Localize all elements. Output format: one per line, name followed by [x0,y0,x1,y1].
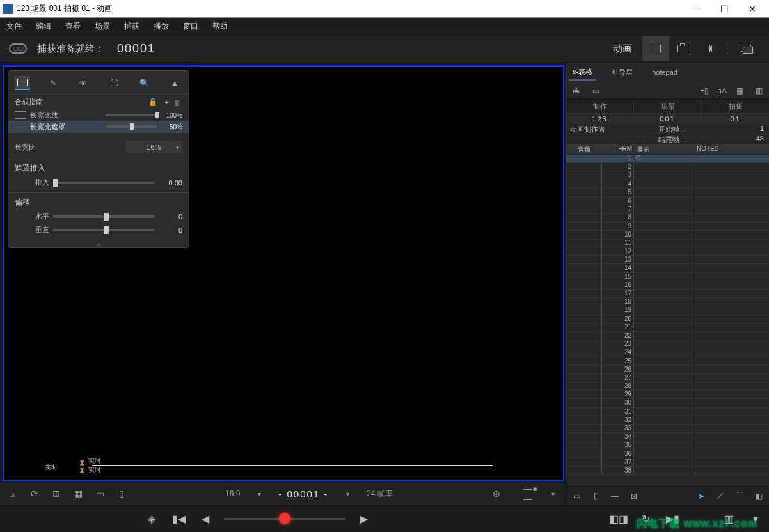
xsheet-row[interactable]: 1C [566,155,769,163]
xsheet-row[interactable]: 38 [566,467,769,475]
menu-capture[interactable]: 捕获 [124,21,139,32]
menu-edit[interactable]: 编辑 [36,21,51,32]
offset-h-slider[interactable] [53,215,154,218]
line-icon[interactable]: ／ [714,490,727,502]
maximize-button[interactable]: ☐ [710,1,738,17]
xsheet-row[interactable]: 11 [566,239,769,247]
add-icon[interactable]: + [165,98,169,106]
menu-window[interactable]: 窗口 [183,21,198,32]
panel-tab-film-icon[interactable]: ⛶ [106,76,122,90]
scrub-bar[interactable]: 实时 实时 实时 ⧗ ⧗ [45,460,493,471]
xsheet-row[interactable]: 13 [566,256,769,264]
xsheet-row[interactable]: 7 [566,205,769,214]
record-slider[interactable] [224,518,345,520]
diamond-icon[interactable]: ◈ [143,512,160,527]
target-icon[interactable]: ⊕ [489,487,504,501]
xsheet-row[interactable]: 35 [566,441,769,450]
arc-icon[interactable]: ⌒ [733,490,746,502]
minimize-button[interactable]: — [682,1,710,17]
chevron-down-icon[interactable]: ▾ [340,487,355,501]
refresh-icon[interactable]: ⟳ [27,487,42,501]
tab-notepad[interactable]: notepad [648,66,681,79]
menu-view[interactable]: 查看 [65,21,81,32]
chevron-down-icon[interactable]: ▾ [251,487,267,501]
tab-audio-icon[interactable] [696,36,723,61]
cross-icon[interactable]: ⊠ [628,490,640,502]
zoom-slider[interactable]: —●— [523,487,539,501]
close-button[interactable]: ✕ [738,1,766,17]
cursor-icon[interactable]: ➤ [695,490,708,502]
panel-handle[interactable]: ▴ [8,240,189,247]
offset-v-slider[interactable] [53,229,154,231]
tab-animation-icon[interactable] [642,36,669,61]
chevron-down-icon[interactable]: ▾ [545,487,560,501]
line-opacity-slider[interactable] [106,114,157,116]
menu-help[interactable]: 帮助 [212,21,228,32]
play-back-icon[interactable]: ◀ [197,512,214,527]
xsheet-row[interactable]: 18 [566,298,769,306]
xsheet-row[interactable]: 16 [566,281,769,290]
panel-tab-zoom-icon[interactable]: 🔍 [137,76,152,90]
viewer[interactable]: ✎ 👁 ⛶ 🔍 ▲ 合成指南 🔒 + 🗑 长宽比线 100% [3,65,564,481]
folder-icon[interactable]: ▭ [589,85,602,97]
xsheet-row[interactable]: 31 [566,408,769,416]
frame1-icon[interactable]: ▭ [92,487,107,501]
tab-stack-icon[interactable] [733,36,760,61]
link-icon[interactable]: ⬭⬭ [9,43,27,54]
xsheet-row[interactable]: 3 [566,171,769,180]
minus-icon[interactable]: — [608,490,621,502]
xsheet-row[interactable]: 9 [566,223,769,231]
xsheet-row[interactable]: 10 [566,231,769,239]
xsheet-row[interactable]: 37 [566,458,769,467]
flip-icon[interactable]: ⟁ [5,487,20,501]
xsheet-row[interactable]: 33 [566,425,769,433]
xsheet-row[interactable]: 25 [566,357,769,366]
xsheet-row[interactable]: 34 [566,433,769,441]
xsheet-row[interactable]: 4 [566,180,769,189]
trash-icon[interactable]: 🗑 [174,98,181,106]
xsheet-row[interactable]: 32 [566,416,769,425]
row-aspect-line[interactable]: 长宽比线 100% [8,109,189,121]
xsheet-row[interactable]: 26 [566,366,769,374]
push-slider[interactable] [53,182,154,184]
menu-file[interactable]: 文件 [6,21,22,32]
tab-xsheet[interactable]: x-表格 [569,65,596,81]
xsheet-row[interactable]: 22 [566,332,769,340]
xsheet-row[interactable]: 17 [566,290,769,298]
panel-tab-shoe-icon[interactable]: ▲ [167,76,182,90]
xsheet-row[interactable]: 12 [566,247,769,256]
xsheet-row[interactable]: 29 [566,391,769,399]
aspect-dropdown[interactable]: 16:9 [126,141,182,153]
frame2-icon[interactable]: ▯ [114,487,129,501]
xsheet-row[interactable]: 6 [566,197,769,205]
panel-tab-pencil-icon[interactable]: ✎ [45,76,61,90]
xsheet-row[interactable]: 21 [566,324,769,332]
textsize-icon[interactable]: aA [717,85,727,97]
play-icon[interactable]: ▶ [356,512,372,527]
panel-tab-screen-icon[interactable] [15,76,30,90]
xsheet-row[interactable]: 14 [566,264,769,272]
grid2-icon[interactable]: ▥ [752,85,765,97]
xsheet-row[interactable]: 15 [566,273,769,281]
xsheet-row[interactable]: 36 [566,450,769,458]
grid1-icon[interactable]: ⊞ [49,487,64,501]
grid1-icon[interactable]: ▦ [733,85,746,97]
mask-opacity-slider[interactable] [106,125,157,128]
step-back-icon[interactable]: ▮◀ [170,512,187,527]
lock-icon[interactable]: 🔒 [148,98,157,106]
tab-camera-icon[interactable] [669,36,696,61]
xsheet-row[interactable]: 28 [566,382,769,391]
menu-scene[interactable]: 场景 [95,21,110,32]
xsheet-row[interactable]: 19 [566,306,769,315]
xsheet-row[interactable]: 5 [566,189,769,197]
xsheet-row[interactable]: 20 [566,315,769,324]
menu-playback[interactable]: 播放 [154,21,169,32]
xsheet-row[interactable]: 23 [566,340,769,348]
xsheet-row[interactable]: 24 [566,348,769,357]
tab-guides[interactable]: 引导层 [608,65,637,80]
panel-tab-eye-icon[interactable]: 👁 [75,76,91,90]
add-column-icon[interactable]: +▯ [698,85,711,97]
grid2-icon[interactable]: ▦ [70,487,86,501]
row-aspect-mask[interactable]: 长宽比遮罩 50% [8,121,189,132]
split-icon[interactable]: ◧◨ [610,512,627,527]
